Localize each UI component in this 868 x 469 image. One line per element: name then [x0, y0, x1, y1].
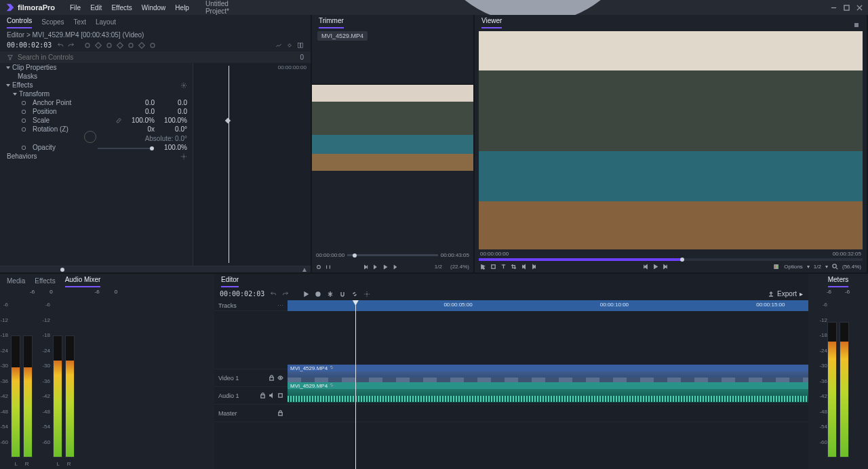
tab-trimmer[interactable]: Trimmer: [319, 17, 344, 28]
close-icon[interactable]: [856, 5, 863, 11]
tab-controls[interactable]: Controls: [7, 17, 32, 28]
tab-text[interactable]: Text: [74, 18, 86, 28]
controls-scrollbar[interactable]: ▲: [0, 266, 311, 272]
group-behaviors[interactable]: Behaviors: [7, 152, 180, 160]
in-out-icon[interactable]: [326, 264, 331, 270]
menu-edit[interactable]: Edit: [90, 4, 102, 12]
record-icon[interactable]: [315, 291, 321, 298]
scale-x[interactable]: 100.0%: [122, 117, 155, 124]
scale-y[interactable]: 100.0%: [155, 117, 187, 124]
export-button[interactable]: Export ▸: [768, 290, 803, 298]
tab-media[interactable]: Media: [7, 277, 25, 287]
undo-icon[interactable]: [57, 42, 64, 49]
snap-icon[interactable]: [339, 291, 346, 298]
lock-icon[interactable]: [269, 375, 275, 381]
keyframe-nav-icons[interactable]: [84, 42, 156, 49]
rotation-dial[interactable]: [84, 131, 96, 143]
speaker-icon[interactable]: [269, 392, 275, 399]
keyframe-icon[interactable]: [286, 42, 293, 49]
play-icon[interactable]: [382, 264, 388, 270]
anchor-y[interactable]: 0.0: [155, 99, 187, 106]
link-icon[interactable]: [351, 291, 358, 298]
minimize-icon[interactable]: [831, 5, 837, 11]
viewer-scrub[interactable]: [479, 258, 863, 261]
keyframe-marker[interactable]: [225, 118, 231, 123]
lock-icon[interactable]: [277, 410, 283, 416]
split-icon[interactable]: [297, 42, 304, 49]
graph-playhead[interactable]: [229, 66, 229, 263]
track-audio1[interactable]: Audio 1: [218, 392, 239, 399]
opacity-slider[interactable]: [98, 148, 152, 149]
redo-icon[interactable]: [68, 42, 75, 49]
gear-icon[interactable]: [363, 291, 370, 298]
tab-editor[interactable]: Editor: [221, 276, 239, 287]
tab-viewer[interactable]: Viewer: [481, 17, 502, 28]
group-masks[interactable]: Masks: [18, 73, 187, 80]
menu-file[interactable]: File: [70, 4, 81, 12]
group-clip-properties[interactable]: Clip Properties: [12, 64, 187, 71]
viewer-options[interactable]: Options: [784, 264, 803, 270]
rot-turns[interactable]: 0x: [122, 125, 155, 133]
loop-icon[interactable]: [316, 264, 321, 270]
timeline-ruler[interactable]: 00:00:05:00 00:00:10:00 00:00:15:00: [288, 300, 808, 311]
display-mode-icon[interactable]: [774, 264, 780, 270]
eye-icon[interactable]: [277, 375, 283, 381]
play-icon[interactable]: [302, 291, 309, 298]
step-fwd-icon[interactable]: [392, 264, 397, 270]
prop-anchor[interactable]: Anchor Point: [33, 99, 122, 106]
solo-icon[interactable]: [277, 392, 283, 399]
menu-window[interactable]: Window: [142, 4, 166, 12]
track-video1[interactable]: Video 1: [218, 375, 239, 382]
controls-timecode[interactable]: 00:00:02:03: [7, 41, 52, 49]
hand-tool-icon[interactable]: [490, 264, 496, 270]
pos-x[interactable]: 0.0: [122, 108, 155, 115]
zoom-icon[interactable]: [832, 264, 838, 270]
lock-icon[interactable]: [260, 392, 266, 399]
filter-icon[interactable]: [7, 54, 14, 61]
redo-icon[interactable]: [282, 291, 289, 298]
trimmer-preview[interactable]: [312, 84, 473, 171]
tab-scopes[interactable]: Scopes: [41, 18, 64, 28]
group-effects[interactable]: Effects: [12, 81, 180, 89]
graph-icon[interactable]: [275, 42, 282, 49]
audio-clip[interactable]: MVI_4529.MP4: [288, 388, 808, 403]
go-start-icon[interactable]: [642, 264, 648, 270]
viewer-page[interactable]: 1/2: [814, 264, 821, 270]
panel-menu-icon[interactable]: [853, 22, 860, 28]
trimmer-clip-chip[interactable]: MVI_4529.MP4: [317, 31, 368, 41]
trimmer-page[interactable]: 1/2: [435, 264, 442, 270]
tab-effects-lower[interactable]: Effects: [35, 277, 55, 287]
in-point-icon[interactable]: [521, 264, 527, 270]
crop-icon[interactable]: [511, 264, 517, 270]
anchor-x[interactable]: 0.0: [122, 99, 155, 106]
prop-scale[interactable]: Scale: [33, 117, 115, 124]
menu-help[interactable]: Help: [175, 4, 189, 12]
tab-meters[interactable]: Meters: [828, 276, 849, 287]
viewer-preview[interactable]: [479, 31, 863, 249]
link-icon[interactable]: [115, 117, 122, 124]
gear-icon[interactable]: [180, 153, 187, 160]
rot-deg[interactable]: 0.0°: [155, 125, 187, 133]
maximize-icon[interactable]: [844, 5, 850, 11]
gear-icon[interactable]: [180, 82, 187, 89]
undo-icon[interactable]: [270, 291, 277, 298]
prop-rotation[interactable]: Rotation (Z): [33, 125, 122, 133]
go-end-icon[interactable]: [663, 264, 669, 270]
controls-search-input[interactable]: [18, 54, 296, 61]
group-transform[interactable]: Transform: [19, 90, 187, 98]
prop-position[interactable]: Position: [33, 108, 122, 115]
slice-icon[interactable]: [327, 291, 334, 298]
timeline-timecode[interactable]: 00:00:02:03: [220, 290, 264, 298]
select-tool-icon[interactable]: [480, 264, 486, 270]
play-icon[interactable]: [652, 264, 658, 270]
out-point-icon[interactable]: [531, 264, 537, 270]
timeline-playhead[interactable]: [355, 300, 356, 469]
menu-effects[interactable]: Effects: [111, 4, 132, 12]
tab-audio-mixer[interactable]: Audio Mixer: [65, 276, 101, 287]
opacity-val[interactable]: 100.0%: [155, 144, 187, 151]
trimmer-scrub[interactable]: [347, 254, 437, 256]
pos-y[interactable]: 0.0: [155, 108, 187, 115]
text-tool-icon[interactable]: [500, 264, 507, 270]
step-back-icon[interactable]: [373, 264, 378, 270]
prev-frame-icon[interactable]: [363, 264, 369, 270]
